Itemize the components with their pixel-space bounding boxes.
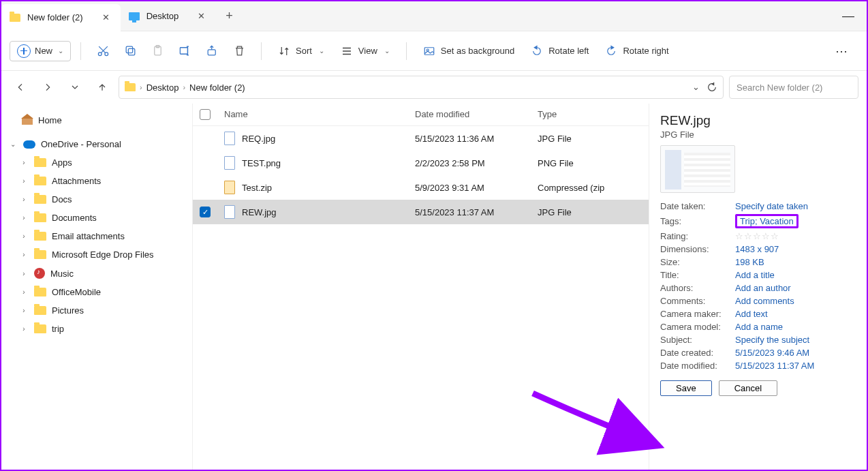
rename-button[interactable] <box>172 39 197 63</box>
file-row[interactable]: Test.zip5/9/2023 9:31 AMCompressed (zip <box>193 175 649 200</box>
share-button[interactable] <box>200 39 224 63</box>
save-button[interactable]: Save <box>660 380 712 396</box>
meta-label: Rating: <box>660 231 735 241</box>
file-row[interactable]: TEST.png2/2/2023 2:58 PMPNG File <box>193 151 649 175</box>
sidebar-item-label: Docs <box>52 194 72 204</box>
chevron-right-icon[interactable]: › <box>19 177 29 185</box>
column-type[interactable]: Type <box>538 109 642 120</box>
more-button[interactable]: ⋯ <box>826 44 858 59</box>
sidebar-label: OneDrive - Personal <box>41 139 121 149</box>
desktop-icon <box>129 12 140 20</box>
chevron-right-icon[interactable]: › <box>19 307 29 314</box>
sidebar-item-documents[interactable]: ›Documents <box>5 209 187 227</box>
toolbar: New ⌄ Sort ⌄ View ⌄ Set as background Ro… <box>1 31 867 71</box>
add-tab-button[interactable]: + <box>216 9 243 23</box>
minimize-icon[interactable]: — <box>830 9 867 23</box>
meta-camera-model[interactable]: Add a name <box>735 322 856 332</box>
meta-comments[interactable]: Add comments <box>735 296 856 306</box>
chevron-right-icon[interactable]: › <box>19 270 29 277</box>
sidebar-item-trip[interactable]: ›trip <box>5 320 187 338</box>
meta-label: Date created: <box>660 348 735 358</box>
meta-dimensions: 1483 x 907 <box>735 244 856 254</box>
close-icon[interactable]: ✕ <box>102 12 110 22</box>
breadcrumb-desktop[interactable]: Desktop <box>146 82 179 93</box>
select-all-checkbox[interactable] <box>200 109 211 120</box>
close-icon[interactable]: ✕ <box>198 11 205 21</box>
picture-icon <box>423 45 435 57</box>
tab-label: Desktop <box>146 11 179 21</box>
svg-rect-7 <box>208 50 215 55</box>
breadcrumb-new-folder[interactable]: New folder (2) <box>189 82 245 93</box>
file-name: TEST.png <box>242 158 281 168</box>
sidebar-item-pictures[interactable]: ›Pictures <box>5 301 187 320</box>
content: Home ⌄ OneDrive - Personal ›Apps›Attachm… <box>1 104 867 470</box>
forward-button[interactable] <box>37 76 59 98</box>
sidebar-item-music[interactable]: ›Music <box>5 264 187 283</box>
svg-rect-6 <box>180 48 187 55</box>
refresh-icon[interactable] <box>707 82 717 93</box>
file-row[interactable]: REQ.jpg5/15/2023 11:36 AMJPG File <box>193 126 649 151</box>
meta-camera-maker[interactable]: Add text <box>735 309 856 319</box>
chevron-right-icon[interactable]: › <box>19 325 29 333</box>
view-button[interactable]: View ⌄ <box>334 41 397 61</box>
file-checkbox[interactable]: ✓ <box>200 207 211 217</box>
rotate-left-button[interactable]: Rotate left <box>524 41 595 61</box>
meta-date-taken[interactable]: Specify date taken <box>735 201 856 211</box>
folder-icon <box>125 83 136 91</box>
new-button[interactable]: New ⌄ <box>10 41 71 61</box>
sidebar-home[interactable]: Home <box>5 110 187 130</box>
details-title: REW.jpg <box>660 113 856 128</box>
chevron-right-icon: › <box>140 83 142 91</box>
sidebar-item-docs[interactable]: ›Docs <box>5 190 187 209</box>
folder-icon <box>34 177 46 185</box>
navbar: › Desktop › New folder (2) ⌄ Search New … <box>1 71 867 104</box>
up-button[interactable] <box>91 76 113 98</box>
file-type: PNG File <box>538 158 642 168</box>
chevron-down-icon[interactable]: ⌄ <box>8 140 18 148</box>
cut-button[interactable] <box>91 39 115 63</box>
meta-subject[interactable]: Specify the subject <box>735 335 856 345</box>
tab-new-folder-2[interactable]: New folder (2) ✕ <box>1 4 121 31</box>
column-name[interactable]: Name <box>224 109 415 120</box>
svg-rect-8 <box>424 47 434 55</box>
delete-button[interactable] <box>227 39 251 63</box>
cancel-button[interactable]: Cancel <box>719 380 777 396</box>
chevron-down-icon[interactable]: ⌄ <box>692 82 700 93</box>
file-date: 5/9/2023 9:31 AM <box>415 183 538 193</box>
copy-button[interactable] <box>118 39 142 63</box>
sidebar-item-attachments[interactable]: ›Attachments <box>5 172 187 190</box>
file-list: Name Date modified Type REQ.jpg5/15/2023… <box>192 104 649 470</box>
sidebar-item-email-attachments[interactable]: ›Email attachments <box>5 227 187 245</box>
rating-stars[interactable]: ☆☆☆☆☆ <box>735 231 779 241</box>
search-input[interactable]: Search New folder (2) <box>729 76 858 99</box>
rotate-right-icon <box>605 45 617 57</box>
paste-button[interactable] <box>145 39 170 63</box>
sidebar-item-microsoft-edge-drop-files[interactable]: ›Microsoft Edge Drop Files <box>5 245 187 264</box>
sidebar-item-label: Attachments <box>52 176 101 186</box>
meta-authors[interactable]: Add an author <box>735 283 856 293</box>
column-date[interactable]: Date modified <box>415 109 538 120</box>
chevron-right-icon[interactable]: › <box>19 159 29 166</box>
chevron-right-icon[interactable]: › <box>19 251 29 258</box>
chevron-right-icon[interactable]: › <box>19 196 29 203</box>
rotate-left-icon <box>531 45 543 57</box>
sidebar-item-apps[interactable]: ›Apps <box>5 153 187 172</box>
file-row[interactable]: ✓REW.jpg5/15/2023 11:37 AMJPG File <box>193 200 649 224</box>
back-button[interactable] <box>10 76 31 98</box>
address-bar[interactable]: › Desktop › New folder (2) ⌄ <box>119 76 724 99</box>
svg-rect-3 <box>126 46 133 53</box>
rotate-right-button[interactable]: Rotate right <box>598 41 675 61</box>
chevron-right-icon[interactable]: › <box>19 288 29 296</box>
set-background-button[interactable]: Set as background <box>416 41 521 61</box>
meta-title[interactable]: Add a title <box>735 270 856 280</box>
sidebar-onedrive[interactable]: ⌄ OneDrive - Personal <box>5 135 187 153</box>
meta-tags[interactable]: Trip; Vacation <box>740 216 794 226</box>
tab-desktop[interactable]: Desktop ✕ <box>121 1 217 31</box>
history-chevron[interactable] <box>64 76 86 98</box>
search-placeholder: Search New folder (2) <box>737 82 822 93</box>
sidebar-item-officemobile[interactable]: ›OfficeMobile <box>5 283 187 301</box>
chevron-right-icon[interactable]: › <box>19 232 29 240</box>
sidebar-item-label: Microsoft Edge Drop Files <box>52 249 154 260</box>
chevron-right-icon[interactable]: › <box>19 214 29 222</box>
sort-button[interactable]: Sort ⌄ <box>271 41 331 61</box>
